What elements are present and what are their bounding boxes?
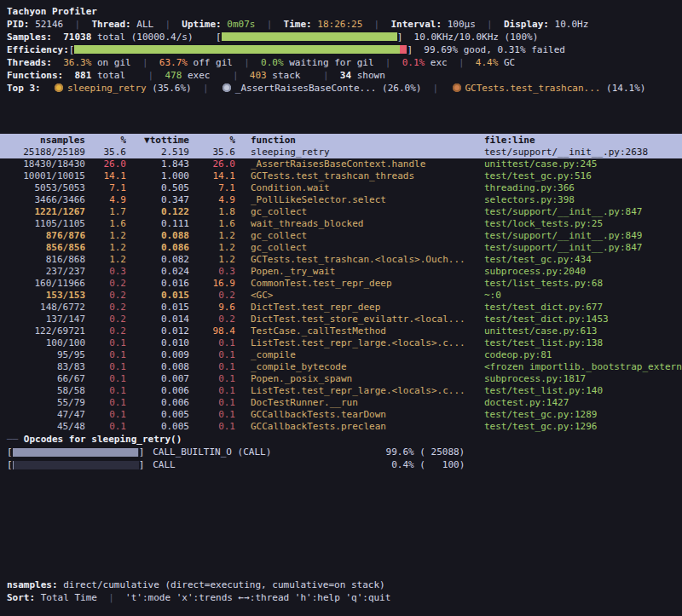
cell-pct-self: 0.1 (85, 361, 126, 373)
cell-pct-cum: 0.3 (189, 266, 235, 278)
samples-text: Samples: 71038 total (10000.4/s) (7, 32, 216, 43)
table-row[interactable]: 876/8761.20.0881.2gc_collecttest/support… (0, 230, 682, 242)
cell-function: sleeping_retry (235, 147, 479, 158)
table-row[interactable]: 5053/50537.10.5057.1Condition.waitthread… (0, 182, 682, 194)
text-segment: 71038 (63, 32, 91, 43)
cell-pct-self: 0.1 (85, 421, 126, 433)
text-segment: 63.7% (159, 57, 188, 68)
text-segment: | (153, 19, 182, 30)
cell-file: test/test_gc.py:1289 (479, 409, 682, 421)
table-row[interactable]: 10001/1001514.11.00014.1GCTests.test_tra… (0, 170, 682, 182)
cell-file: test/support/__init__.py:849 (479, 230, 682, 242)
text-segment: Display: (504, 19, 555, 30)
top3-entry-2-pct: (26.0%) (376, 83, 421, 94)
efficiency-line: Efficiency:[] 99.69% good, 0.31% failed (0, 43, 682, 56)
bar-bracket: [ (216, 32, 222, 43)
cell-function: GCCallbackTests.preclean (235, 421, 479, 433)
cell-tottime: 0.088 (126, 230, 189, 242)
table-row[interactable]: 45/480.10.0050.1GCCallbackTests.preclean… (0, 421, 682, 433)
keybindings-line: Sort: Total Time | 't':mode 'x':trends ←… (0, 591, 682, 604)
cell-pct-self: 26.0 (85, 158, 126, 170)
cell-file: selectors.py:398 (479, 194, 682, 206)
top3-line: Top 3: sleeping_retry (35.6%) | _AssertR… (0, 82, 682, 95)
table-row[interactable]: 18430/1843026.01.84326.0_AssertRaisesBas… (0, 158, 682, 170)
opcode-row: []CALL_BUILTIN_O (CALL)99.6% ( 25088) (0, 446, 682, 458)
top3-entry-1[interactable]: sleeping_retry (67, 83, 147, 94)
opcode-bar-fill (13, 448, 138, 457)
cell-nsamples: 47/47 (0, 409, 85, 421)
cell-function: TestCase._callTestMethod (235, 325, 479, 337)
cell-pct-self: 0.3 (85, 266, 126, 278)
cell-file: test/support/__init__.py:847 (479, 206, 682, 218)
cell-pct-self: 0.2 (85, 302, 126, 314)
top3-entry-3[interactable]: GCTests.test_trashcan... (465, 83, 601, 94)
table-row[interactable]: 137/1470.20.0140.2DictTest.test_store_ev… (0, 314, 682, 325)
table-row[interactable]: 25188/2518935.62.51935.6sleeping_retryte… (0, 147, 682, 158)
table-row[interactable]: 3466/34664.90.3474.9_PollLikeSelector.se… (0, 194, 682, 206)
cell-pct-cum: 0.1 (189, 409, 235, 421)
text-segment: 10.0KHz/10.0KHz (100%) (402, 32, 538, 43)
table-row[interactable]: 58/580.10.0060.1ListTest.test_repr_large… (0, 385, 682, 397)
top3-entry-2[interactable]: _AssertRaisesBaseConte... (235, 83, 377, 94)
cell-pct-cum: 7.1 (189, 182, 235, 194)
column-header-pct-self[interactable]: % (85, 134, 126, 147)
table-row[interactable]: 95/950.10.0090.1_compilecodeop.py:81 (0, 349, 682, 361)
table-row[interactable]: 83/830.10.0080.1_compile_bytecode<frozen… (0, 361, 682, 373)
table-row[interactable]: 153/1530.20.0150.2<GC>~:0 (0, 290, 682, 302)
text-segment: 478 (165, 70, 182, 81)
table-row[interactable]: 100/1000.10.0100.1ListTest.test_repr_lar… (0, 337, 682, 349)
samples-bar: [] (216, 31, 402, 43)
text-segment: | (97, 592, 125, 603)
cell-tottime: 0.016 (126, 278, 189, 290)
cell-file: test/test_gc.py:1296 (479, 421, 682, 433)
cell-tottime: 0.086 (126, 242, 189, 254)
cell-function: DictTest.test_store_evilattr.<local... (235, 314, 479, 325)
table-row[interactable]: 816/8681.20.0821.2GCTests.test_trashcan.… (0, 254, 682, 266)
cell-pct-self: 1.7 (85, 206, 126, 218)
cell-tottime: 0.012 (126, 325, 189, 337)
table-row[interactable]: 122/697210.20.01298.4TestCase._callTestM… (0, 325, 682, 337)
cell-nsamples: 25188/25189 (0, 147, 85, 158)
cell-pct-cum: 1.6 (189, 218, 235, 230)
table-row[interactable]: 1105/11051.60.1111.6wait_threads_blocked… (0, 218, 682, 230)
column-header-tottime[interactable]: ▼tottime (126, 134, 189, 147)
cell-pct-self: 14.1 (85, 170, 126, 182)
cell-function: _AssertRaisesBaseContext.handle (235, 158, 479, 170)
cell-pct-cum: 1.2 (189, 242, 235, 254)
column-header-function[interactable]: function (235, 134, 479, 147)
table-row[interactable]: 1221/12671.70.1221.8gc_collecttest/suppo… (0, 206, 682, 218)
text-segment: | (300, 70, 339, 81)
cell-function: GCTests.test_trashcan_threads (235, 170, 479, 182)
table-row[interactable]: 148/67720.20.0159.6DictTest.test_repr_de… (0, 302, 682, 314)
cell-nsamples: 137/147 (0, 314, 85, 325)
text-segment: | (448, 57, 476, 68)
top3-entry-3-pct: (14.1%) (600, 83, 645, 94)
column-header-nsamples[interactable]: nsamples (0, 134, 85, 147)
cell-pct-cum: 1.2 (189, 254, 235, 266)
opcode-bar-track (13, 461, 139, 469)
table-row[interactable]: 856/8561.20.0861.2gc_collecttest/support… (0, 242, 682, 254)
text-segment: ALL (136, 19, 153, 30)
bar-bracket: [ (7, 459, 13, 470)
table-row[interactable]: 160/119660.20.01616.9CommonTest.test_rep… (0, 278, 682, 290)
samples-line: Samples: 71038 total (10000.4/s) [] 10.0… (0, 31, 682, 43)
table-row[interactable]: 237/2370.30.0240.3Popen._try_waitsubproc… (0, 266, 682, 278)
cell-function: DocTestRunner.__run (235, 397, 479, 409)
cell-pct-self: 0.1 (85, 349, 126, 361)
text-segment: 0m07s (227, 19, 255, 30)
table-row[interactable]: 66/670.10.0070.1Popen._posix_spawnsubpro… (0, 373, 682, 385)
cell-nsamples: 3466/3466 (0, 194, 85, 206)
footer: nsamples: direct/cumulative (direct=exec… (0, 579, 682, 604)
column-header-file[interactable]: file:line (479, 134, 682, 147)
text-segment: GC (498, 57, 515, 68)
table-row[interactable]: 47/470.10.0050.1GCCallbackTests.tearDown… (0, 409, 682, 421)
table-row[interactable]: 55/790.10.0060.1DocTestRunner.__rundocte… (0, 397, 682, 409)
text-segment: | (131, 57, 159, 68)
cell-pct-cum: 1.2 (189, 230, 235, 242)
cell-file: subprocess.py:2040 (479, 266, 682, 278)
cell-pct-cum: 0.1 (189, 361, 235, 373)
cell-pct-cum: 1.8 (189, 206, 235, 218)
opcode-bar-fill (13, 461, 14, 469)
cell-nsamples: 122/69721 (0, 325, 85, 337)
column-header-pct-cum[interactable]: % (189, 134, 235, 147)
